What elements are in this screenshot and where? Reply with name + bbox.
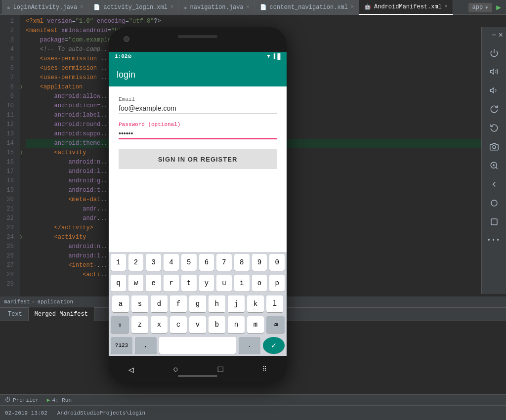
key-y[interactable]: y xyxy=(199,275,214,292)
camera-button[interactable] xyxy=(485,139,503,155)
tab-login-activity[interactable]: ☕ LoginActivity.java × xyxy=(2,0,88,15)
battery-icon: ▉ xyxy=(277,53,281,60)
tab-close-0[interactable]: × xyxy=(80,4,83,10)
key-0[interactable]: 0 xyxy=(269,254,285,271)
rotate-button[interactable] xyxy=(485,101,503,117)
phone-time: 1:02 xyxy=(115,53,127,59)
tab-close-3[interactable]: × xyxy=(351,4,354,10)
space-key[interactable] xyxy=(159,337,236,354)
backspace-key[interactable]: ⌫ xyxy=(266,316,285,333)
email-field: Email xyxy=(119,96,277,114)
minimize-button[interactable]: − xyxy=(492,31,497,40)
sign-in-button[interactable]: SIGN IN OR REGISTER xyxy=(119,149,277,169)
key-4[interactable]: 4 xyxy=(164,254,179,271)
key-8[interactable]: 8 xyxy=(234,254,250,271)
symbols-key[interactable]: ?123 xyxy=(111,337,132,354)
key-x[interactable]: x xyxy=(151,316,168,333)
comma-key[interactable]: , xyxy=(135,337,157,354)
tab-activity-login-xml[interactable]: 📄 activity_login.xml × xyxy=(88,0,179,15)
run-tool-button[interactable]: ▶ 4: Run xyxy=(47,397,72,403)
key-6[interactable]: 6 xyxy=(199,254,214,271)
key-w[interactable]: w xyxy=(128,275,144,292)
key-5[interactable]: 5 xyxy=(181,254,197,271)
key-n[interactable]: n xyxy=(228,316,245,333)
breadcrumb-item-manifest[interactable]: manifest xyxy=(4,299,30,305)
key-2[interactable]: 2 xyxy=(128,254,144,271)
keyboard-row-zxcv: ⇧ z x c v b n m ⌫ xyxy=(109,314,287,335)
phone-device: 1:02 ⚙ ▼ ▐ ▉ login Email Password (optio… xyxy=(109,27,287,383)
key-a[interactable]: a xyxy=(112,295,129,312)
close-button[interactable]: × xyxy=(498,31,503,40)
key-m[interactable]: m xyxy=(247,316,264,333)
key-o[interactable]: o xyxy=(252,275,267,292)
key-k[interactable]: k xyxy=(247,295,264,312)
top-right-controls: app ▾ ▶ xyxy=(468,0,506,15)
run-button[interactable]: ▶ xyxy=(496,2,501,12)
tab-merged-manifest[interactable]: Merged Manifest xyxy=(29,307,94,321)
key-f[interactable]: f xyxy=(170,295,187,312)
tab-content-navigation-xml[interactable]: 📄 content_navigation.xml × xyxy=(255,0,359,15)
line-numbers: 12345 678910 1112131415 1617181920 21222… xyxy=(0,15,20,296)
key-u[interactable]: u xyxy=(216,275,232,292)
key-s[interactable]: s xyxy=(131,295,148,312)
key-3[interactable]: 3 xyxy=(146,254,161,271)
code-line-1: <?xml version="1.0" encoding="utf-8"?> xyxy=(26,17,506,26)
app-label: app xyxy=(472,4,483,11)
key-d[interactable]: d xyxy=(151,295,168,312)
key-z[interactable]: z xyxy=(131,316,148,333)
tab-close-2[interactable]: × xyxy=(247,4,250,10)
zoom-button[interactable] xyxy=(485,158,503,173)
phone-top-bar xyxy=(109,27,287,52)
nav-recents-button[interactable]: □ xyxy=(218,365,223,375)
key-h[interactable]: h xyxy=(209,295,225,312)
power-button[interactable] xyxy=(485,45,503,61)
key-j[interactable]: j xyxy=(228,295,245,312)
key-e[interactable]: e xyxy=(146,275,161,292)
volume-up-button[interactable] xyxy=(485,64,503,80)
status-bar: 02-2019 13:02 AndroidStudioProjects\logi… xyxy=(0,405,506,420)
home-button[interactable] xyxy=(485,195,503,211)
volume-down-button[interactable] xyxy=(485,83,503,98)
profiler-icon: ⏱ xyxy=(5,396,11,404)
phone-app-title: login xyxy=(117,70,135,80)
key-g[interactable]: g xyxy=(189,295,206,312)
period-key[interactable]: . xyxy=(239,337,260,354)
email-input[interactable] xyxy=(119,103,277,114)
back-button[interactable] xyxy=(485,176,503,192)
key-q[interactable]: q xyxy=(111,275,126,292)
key-r[interactable]: r xyxy=(164,275,179,292)
key-9[interactable]: 9 xyxy=(252,254,267,271)
tab-text[interactable]: Text xyxy=(2,307,29,321)
run-selector[interactable]: app ▾ xyxy=(468,3,493,12)
key-7[interactable]: 7 xyxy=(216,254,232,271)
key-b[interactable]: b xyxy=(209,316,225,333)
tab-close-1[interactable]: × xyxy=(170,4,173,10)
tab-navigation-java[interactable]: ☕ navigation.java × xyxy=(179,0,255,15)
shift-key[interactable]: ⇧ xyxy=(111,316,129,333)
right-panel: − × xyxy=(481,27,506,294)
key-l[interactable]: l xyxy=(266,295,283,312)
nav-home-button[interactable]: ○ xyxy=(173,365,178,375)
profiler-button[interactable]: ⏱ Profiler xyxy=(5,396,39,404)
recents-button[interactable] xyxy=(485,214,503,230)
signal-icon: ▐ xyxy=(272,53,276,59)
password-input[interactable] xyxy=(119,128,277,139)
key-c[interactable]: c xyxy=(170,316,187,333)
more-button[interactable]: ••• xyxy=(485,233,503,249)
nav-grid-button[interactable]: ⠿ xyxy=(262,366,267,373)
android-icon: 🤖 xyxy=(364,3,371,10)
xml-icon-1: 📄 xyxy=(93,4,100,10)
tab-android-manifest[interactable]: 🤖 AndroidManifest.xml × xyxy=(359,0,453,15)
key-v[interactable]: v xyxy=(189,316,206,333)
key-i[interactable]: i xyxy=(234,275,250,292)
done-key[interactable]: ✓ xyxy=(263,337,285,354)
key-p[interactable]: p xyxy=(269,275,285,292)
tab-close-4[interactable]: × xyxy=(445,4,448,9)
key-1[interactable]: 1 xyxy=(111,254,126,271)
breadcrumb-item-application[interactable]: application xyxy=(37,299,73,305)
phone-screen: 1:02 ⚙ ▼ ▐ ▉ login Email Password (optio… xyxy=(109,50,287,356)
rotate2-button[interactable] xyxy=(485,120,503,136)
nav-back-button[interactable]: ◁ xyxy=(128,364,134,375)
phone-toolbar: login xyxy=(109,63,287,86)
key-t[interactable]: t xyxy=(181,275,197,292)
